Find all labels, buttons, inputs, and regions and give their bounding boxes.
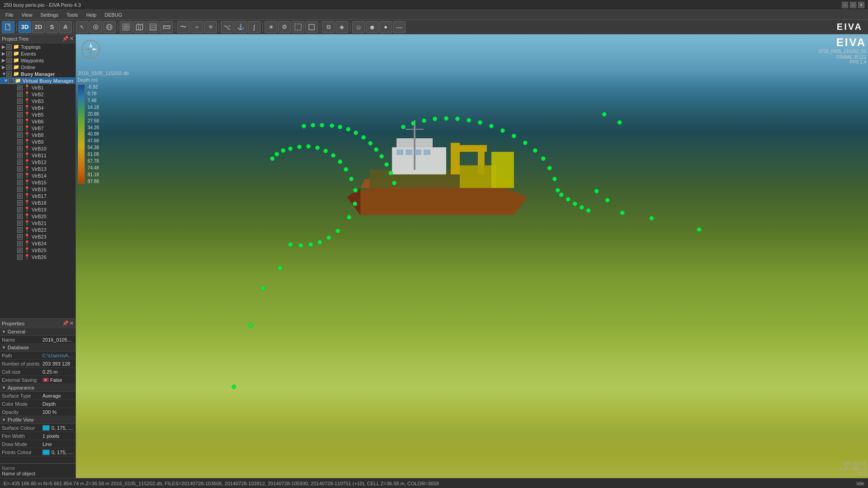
toolbar-box-button[interactable] — [305, 21, 318, 33]
project-tree-close-icon[interactable]: ✕ — [70, 36, 74, 42]
toolbar-curve-button[interactable]: ∫ — [248, 21, 261, 33]
tree-item-virb7[interactable]: ✓📍VirB7 — [0, 125, 75, 131]
tree-item-virb6[interactable]: ✓📍VirB6 — [0, 118, 75, 125]
tree-item-virb17[interactable]: ✓📍VirB17 — [0, 192, 75, 199]
tree-checkbox[interactable]: ✓ — [17, 126, 23, 131]
toolbar-globe-button[interactable] — [103, 21, 116, 33]
toolbar-wave1-button[interactable]: 〜 — [177, 21, 190, 33]
tree-item-buoy-manager[interactable]: ▼✓📁Buoy Manager — [0, 70, 75, 77]
tree-checkbox[interactable]: ✓ — [6, 44, 12, 50]
tree-checkbox[interactable]: ✓ — [17, 166, 23, 172]
tree-checkbox[interactable]: ✓ — [6, 58, 12, 63]
toolbar-anchor-button[interactable]: ⚓ — [234, 21, 247, 33]
tree-checkbox[interactable]: ✓ — [17, 173, 23, 178]
tree-checkbox[interactable]: ✓ — [17, 180, 23, 185]
tree-item-events[interactable]: ▶✓📁Events — [0, 50, 75, 57]
tree-item-virb8[interactable]: ✓📍VirB8 — [0, 131, 75, 138]
appearance-section-header[interactable]: ▼ Appearance — [0, 384, 75, 392]
toolbar-grid-button[interactable] — [120, 21, 132, 33]
tree-item-virb4[interactable]: ✓📍VirB4 — [0, 104, 75, 111]
project-tree-content[interactable]: ▶✓📁Toppings▶✓📁Events▶✓📁Waypoints▶✓📁Onlin… — [0, 43, 75, 319]
toolbar-settings-button[interactable]: ⚙ — [278, 21, 291, 33]
tree-item-virb2[interactable]: ✓📍VirB2 — [0, 91, 75, 98]
toolbar-ruler-button[interactable] — [160, 21, 173, 33]
external-saving-tag[interactable]: ✕ — [42, 378, 49, 382]
tree-item-virb5[interactable]: ✓📍VirB5 — [0, 111, 75, 118]
tree-checkbox[interactable]: ✓ — [17, 193, 23, 199]
viewport[interactable]: FRAME 35122 FPS 1.4 EIVA 2016_0405_11520… — [76, 34, 868, 478]
tree-item-waypoints[interactable]: ▶✓📁Waypoints — [0, 57, 75, 64]
minimize-button[interactable]: ─ — [842, 2, 848, 8]
tree-item-virb21[interactable]: ✓📍VirB21 — [0, 220, 75, 226]
tree-item-virb13[interactable]: ✓📍VirB13 — [0, 165, 75, 172]
tree-checkbox[interactable]: ✓ — [17, 207, 23, 212]
toolbar-2d-button[interactable]: 2D — [32, 21, 45, 33]
tree-checkbox[interactable]: ✓ — [17, 234, 23, 239]
toolbar-circle-button[interactable]: ● — [379, 21, 392, 33]
tree-checkbox[interactable]: ✓ — [17, 99, 23, 104]
tree-checkbox[interactable]: ✓ — [17, 105, 23, 111]
tree-checkbox[interactable]: ✓ — [17, 112, 23, 117]
tree-checkbox[interactable]: ✓ — [17, 119, 23, 124]
toolbar-sun-button[interactable]: ☀ — [265, 21, 277, 33]
tree-item-virb22[interactable]: ✓📍VirB22 — [0, 226, 75, 233]
toolbar-navigate-button[interactable]: ↖ — [76, 21, 89, 33]
tree-checkbox[interactable]: ✓ — [17, 227, 23, 233]
tree-checkbox[interactable]: ✓ — [17, 153, 23, 158]
tree-item-virb18[interactable]: ✓📍VirB18 — [0, 199, 75, 206]
tree-checkbox[interactable]: ✓ — [17, 85, 23, 90]
tree-item-virb10[interactable]: ✓📍VirB10 — [0, 145, 75, 152]
toolbar-layers-button[interactable]: ⧉ — [322, 21, 335, 33]
close-button[interactable]: ✕ — [858, 2, 864, 8]
toolbar-new-button[interactable] — [2, 21, 14, 33]
project-tree-pin-icon[interactable]: 📌 — [62, 36, 69, 42]
tree-checkbox[interactable]: ✓ — [17, 214, 23, 219]
menu-item-view[interactable]: View — [18, 11, 36, 19]
tree-item-virb20[interactable]: ✓📍VirB20 — [0, 213, 75, 220]
toolbar-marker-button[interactable]: ◈ — [336, 21, 348, 33]
tree-item-virtual-buoy-manager[interactable]: ▼✓📁Virtual Buoy Manager — [0, 77, 75, 84]
surface-colour-swatch[interactable] — [42, 425, 50, 431]
tree-item-virb14[interactable]: ✓📍VirB14 — [0, 172, 75, 179]
tree-item-virb11[interactable]: ✓📍VirB11 — [0, 152, 75, 159]
tree-item-virb12[interactable]: ✓📍VirB12 — [0, 159, 75, 165]
tree-item-virb16[interactable]: ✓📍VirB16 — [0, 186, 75, 192]
toolbar-select-button[interactable] — [292, 21, 304, 33]
menu-item-help[interactable]: Help — [83, 11, 100, 19]
tree-item-toppings[interactable]: ▶✓📁Toppings — [0, 43, 75, 50]
toolbar-3d-button[interactable]: 3D — [19, 21, 31, 33]
toolbar-wave2-button[interactable]: ≈ — [191, 21, 203, 33]
tree-checkbox[interactable]: ✓ — [17, 254, 23, 260]
database-section-header[interactable]: ▼ Database — [0, 344, 75, 352]
toolbar-a-button[interactable]: A — [59, 21, 72, 33]
tree-checkbox[interactable]: ✓ — [17, 139, 23, 145]
properties-pin-icon[interactable]: 📌 — [62, 320, 69, 326]
tree-checkbox[interactable]: ✓ — [8, 78, 14, 84]
toolbar-fork-button[interactable]: ⌥ — [221, 21, 233, 33]
menu-item-file[interactable]: File — [2, 11, 17, 19]
tree-checkbox[interactable]: ✓ — [6, 71, 12, 77]
properties-close-icon[interactable]: ✕ — [70, 320, 74, 326]
toolbar-face2-button[interactable]: ☻ — [366, 21, 378, 33]
toolbar-s-button[interactable]: S — [46, 21, 58, 33]
toolbar-wave3-button[interactable]: ≋ — [204, 21, 217, 33]
tree-checkbox[interactable]: ✓ — [17, 187, 23, 192]
tree-checkbox[interactable]: ✓ — [17, 146, 23, 151]
tree-checkbox[interactable]: ✓ — [17, 92, 23, 97]
toolbar-dash-button[interactable]: — — [393, 21, 406, 33]
tree-item-virb19[interactable]: ✓📍VirB19 — [0, 206, 75, 213]
tree-item-online[interactable]: ▶✓📁Online — [0, 64, 75, 70]
tree-checkbox[interactable]: ✓ — [17, 241, 23, 246]
tree-item-virb25[interactable]: ✓📍VirB25 — [0, 247, 75, 253]
profile-view-section-header[interactable]: ▼ Profile View — [0, 416, 75, 424]
menu-item-tools[interactable]: Tools — [63, 11, 82, 19]
maximize-button[interactable]: □ — [850, 2, 856, 8]
tree-item-virb26[interactable]: ✓📍VirB26 — [0, 253, 75, 260]
tree-checkbox[interactable]: ✓ — [17, 160, 23, 165]
menu-item-debug[interactable]: DEBUG — [101, 11, 126, 19]
points-colour-swatch[interactable] — [42, 450, 50, 455]
tree-item-virb3[interactable]: ✓📍VirB3 — [0, 98, 75, 104]
tree-checkbox[interactable]: ✓ — [17, 200, 23, 206]
toolbar-map-button[interactable] — [133, 21, 146, 33]
menu-item-settings[interactable]: Settings — [37, 11, 62, 19]
